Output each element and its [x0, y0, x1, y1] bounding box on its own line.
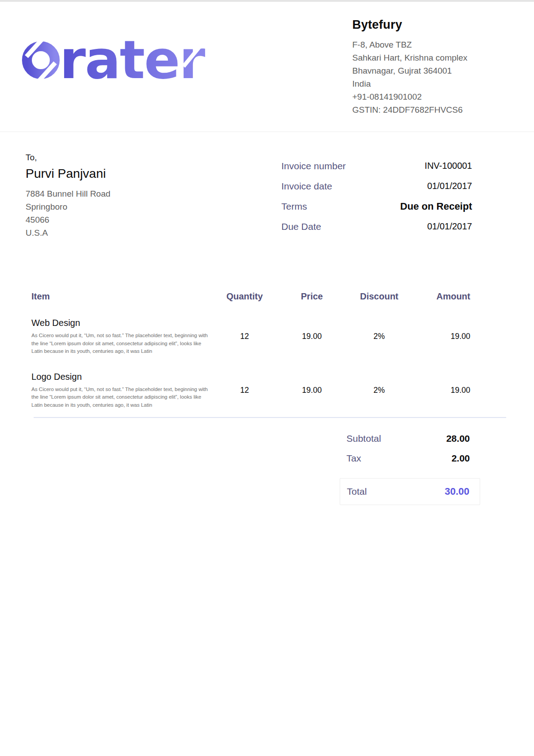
table-bottom-divider: [34, 417, 506, 418]
header-quantity: Quantity: [211, 291, 278, 302]
item-title: Logo Design: [31, 372, 211, 382]
header-price: Price: [278, 291, 346, 302]
invoice-page: rater Bytefury F-8, Above TBZ Sahkari Ha…: [0, 0, 534, 756]
invoice-number-value: INV-100001: [425, 161, 472, 171]
item-discount: 2%: [346, 332, 413, 341]
item-title: Web Design: [31, 318, 211, 328]
due-date-row: Due Date 01/01/2017: [281, 216, 472, 237]
header-amount: Amount: [413, 291, 470, 302]
subtotal-row: Subtotal 28.00: [340, 429, 480, 448]
company-address-line: Bhavnagar, Gujrat 364001: [352, 64, 500, 77]
customer-address-line: Springboro: [26, 200, 214, 213]
table-row: Logo Design As Cicero would put it, “Um,…: [31, 372, 470, 409]
customer-address-line: 45066: [26, 213, 214, 226]
invoice-header: rater Bytefury F-8, Above TBZ Sahkari Ha…: [0, 2, 534, 132]
item-quantity: 12: [211, 332, 278, 341]
item-description: As Cicero would put it, “Um, not so fast…: [31, 386, 211, 409]
total-box: Total 30.00: [340, 478, 480, 505]
company-address-line: India: [352, 77, 500, 90]
customer-name: Purvi Panjvani: [26, 167, 214, 181]
company-phone: +91-08141901002: [352, 90, 500, 103]
item-price: 19.00: [278, 332, 346, 341]
header-discount: Discount: [346, 291, 413, 302]
due-date-label: Due Date: [281, 221, 321, 232]
invoice-date-label: Invoice date: [281, 181, 332, 192]
company-address-line: Sahkari Hart, Krishna complex: [352, 51, 500, 64]
bill-to-block: To, Purvi Panjvani 7884 Bunnel Hill Road…: [26, 153, 214, 239]
item-cell: Logo Design As Cicero would put it, “Um,…: [31, 372, 211, 409]
company-address-line: F-8, Above TBZ: [352, 38, 500, 51]
terms-value: Due on Receipt: [400, 201, 472, 212]
invoice-number-row: Invoice number INV-100001: [281, 156, 472, 176]
company-block: Bytefury F-8, Above TBZ Sahkari Hart, Kr…: [352, 18, 500, 116]
customer-address-line: U.S.A: [26, 226, 214, 239]
bill-to-heading: To,: [26, 153, 214, 163]
items-table-header: Item Quantity Price Discount Amount: [31, 291, 470, 302]
invoice-meta: Invoice number INV-100001 Invoice date 0…: [281, 156, 472, 237]
item-quantity: 12: [211, 386, 278, 395]
item-amount: 19.00: [413, 332, 470, 341]
total-label: Total: [347, 486, 367, 497]
terms-row: Terms Due on Receipt: [281, 196, 472, 216]
subtotal-label: Subtotal: [346, 433, 381, 444]
company-gstin: GSTIN: 24DDF7682FHVCS6: [352, 103, 500, 116]
item-price: 19.00: [278, 386, 346, 395]
items-table: Item Quantity Price Discount Amount Web …: [31, 291, 470, 409]
totals-block: Subtotal 28.00 Tax 2.00 Total 30.00: [340, 429, 480, 505]
logo-wordmark-tail: rater: [60, 31, 205, 88]
invoice-number-label: Invoice number: [281, 161, 346, 171]
invoice-date-row: Invoice date 01/01/2017: [281, 176, 472, 196]
tax-row: Tax 2.00: [340, 448, 480, 468]
item-cell: Web Design As Cicero would put it, “Um, …: [31, 318, 211, 356]
terms-label: Terms: [281, 201, 307, 212]
tax-value: 2.00: [451, 453, 470, 464]
tax-label: Tax: [346, 453, 361, 464]
crater-logo-icon: rater: [20, 31, 222, 88]
total-value: 30.00: [445, 486, 469, 497]
crater-logo: rater: [20, 31, 222, 90]
item-amount: 19.00: [413, 386, 470, 395]
item-discount: 2%: [346, 386, 413, 395]
subtotal-value: 28.00: [446, 433, 470, 444]
company-name: Bytefury: [352, 18, 500, 32]
customer-address-line: 7884 Bunnel Hill Road: [26, 187, 214, 200]
item-description: As Cicero would put it, “Um, not so fast…: [31, 332, 211, 356]
header-item: Item: [31, 291, 211, 302]
table-row: Web Design As Cicero would put it, “Um, …: [31, 318, 470, 356]
due-date-value: 01/01/2017: [427, 221, 472, 232]
invoice-date-value: 01/01/2017: [427, 181, 472, 191]
